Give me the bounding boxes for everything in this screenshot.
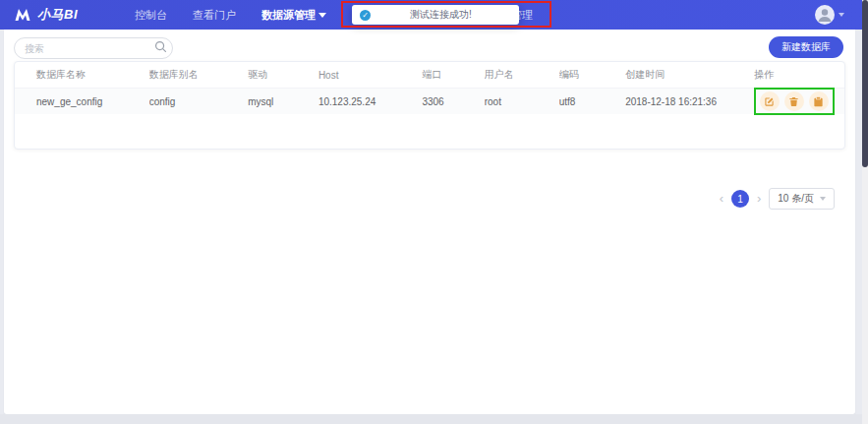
logo-m-icon bbox=[14, 7, 31, 23]
table-cell: new_ge_config bbox=[15, 96, 149, 107]
edit-button[interactable] bbox=[760, 91, 780, 111]
page-number-1[interactable]: 1 bbox=[731, 190, 749, 208]
nav-item-控制台[interactable]: 控制台 bbox=[135, 8, 167, 23]
edit-icon bbox=[764, 96, 775, 107]
column-header: 编码 bbox=[559, 68, 626, 82]
annotation-green-box bbox=[754, 88, 835, 115]
nav-item-label: 数据源管理 bbox=[261, 8, 316, 23]
toast-message: 测试连接成功! bbox=[371, 8, 511, 22]
nav-item-数据源管理[interactable]: 数据源管理 bbox=[261, 8, 326, 23]
nav-item-label: 控制台 bbox=[135, 8, 167, 23]
database-table-card: 数据库名称数据库别名驱动Host端口用户名编码创建时间操作 new_ge_con… bbox=[14, 61, 845, 150]
clipboard-icon bbox=[813, 96, 824, 107]
nav-item-label: 查看门户 bbox=[193, 8, 236, 23]
content-panel: 新建数据库 数据库名称数据库别名驱动Host端口用户名编码创建时间操作 new_… bbox=[4, 30, 855, 414]
actions-cell bbox=[754, 88, 844, 115]
search-input[interactable] bbox=[25, 43, 154, 54]
prev-page-button[interactable]: ‹ bbox=[720, 190, 723, 208]
column-header: 数据库别名 bbox=[149, 68, 248, 82]
table-cell: mysql bbox=[248, 96, 318, 107]
next-page-button[interactable]: › bbox=[757, 190, 761, 208]
column-header: 端口 bbox=[422, 68, 484, 82]
column-header: 操作 bbox=[754, 68, 844, 82]
delete-button[interactable] bbox=[784, 91, 804, 111]
table-cell: utf8 bbox=[559, 96, 626, 107]
table-body: new_ge_configconfigmysql10.123.25.243306… bbox=[15, 89, 844, 114]
column-header: Host bbox=[318, 70, 423, 81]
toast-success: ✓ 测试连接成功! bbox=[352, 5, 519, 25]
chevron-down-icon bbox=[839, 13, 844, 17]
logo-text: 小马BI bbox=[37, 6, 78, 24]
column-header: 驱动 bbox=[248, 68, 318, 82]
chevron-down-icon bbox=[820, 197, 826, 201]
scrollbar-thumb[interactable] bbox=[862, 0, 868, 167]
avatar[interactable] bbox=[815, 5, 835, 25]
bottom-strip bbox=[0, 414, 862, 424]
toolbar: 新建数据库 bbox=[4, 37, 855, 61]
page-size-select[interactable]: 10 条/页 bbox=[769, 188, 835, 210]
search-icon[interactable] bbox=[154, 39, 167, 57]
page-size-label: 10 条/页 bbox=[778, 192, 814, 206]
search-box[interactable] bbox=[14, 37, 173, 59]
table-cell: 2018-12-18 16:21:36 bbox=[625, 96, 754, 107]
check-circle-icon: ✓ bbox=[360, 10, 371, 21]
new-database-button[interactable]: 新建数据库 bbox=[769, 36, 843, 58]
app-logo[interactable]: 小马BI bbox=[14, 6, 78, 24]
nav-item-查看门户[interactable]: 查看门户 bbox=[193, 8, 236, 23]
column-header: 创建时间 bbox=[625, 68, 754, 82]
column-header: 数据库名称 bbox=[15, 68, 149, 82]
copy-button[interactable] bbox=[809, 91, 829, 111]
table-header-row: 数据库名称数据库别名驱动Host端口用户名编码创建时间操作 bbox=[15, 62, 844, 89]
table-cell: root bbox=[485, 96, 559, 107]
table-cell: 10.123.25.24 bbox=[318, 96, 423, 107]
table-cell: 3306 bbox=[422, 96, 484, 107]
chevron-down-icon bbox=[318, 13, 326, 18]
scrollbar-track[interactable] bbox=[862, 0, 868, 424]
table-cell: config bbox=[149, 96, 248, 107]
trash-icon bbox=[788, 96, 799, 107]
table-row: new_ge_configconfigmysql10.123.25.243306… bbox=[15, 89, 844, 114]
user-menu[interactable] bbox=[815, 5, 844, 25]
column-header: 用户名 bbox=[485, 68, 559, 82]
page: 小马BI 控制台 查看门户 数据源管理 页面设计 推送管理 权限管理 bbox=[0, 0, 868, 424]
pagination: ‹ 1 › 10 条/页 bbox=[720, 188, 835, 210]
